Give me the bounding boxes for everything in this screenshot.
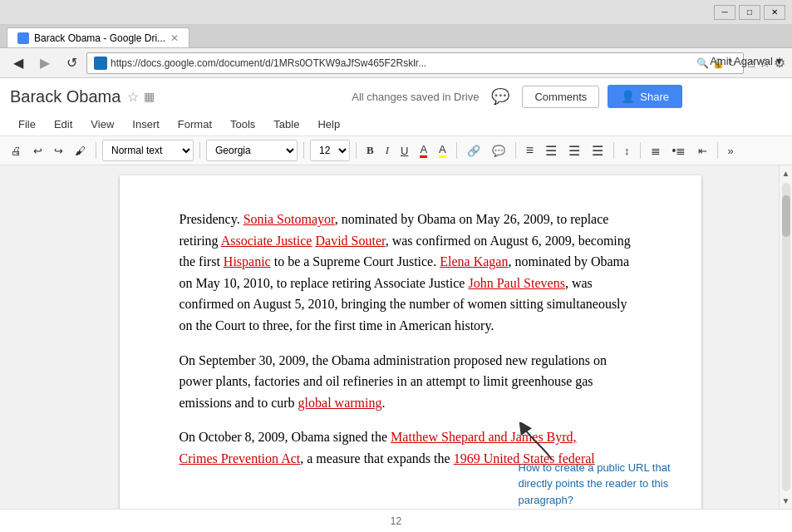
menu-file[interactable]: File [10,115,44,134]
tab-favicon [17,32,29,44]
menu-table[interactable]: Table [265,115,307,134]
separator-2 [199,142,200,159]
font-color-button[interactable]: A [416,140,431,161]
redo-button[interactable]: ↪ [50,140,67,161]
browser-tab[interactable]: Barack Obama - Google Dri... ✕ [7,27,189,47]
folder-icon[interactable]: ▦ [144,90,155,103]
browser-favicon-icon [94,57,107,70]
bulleted-list-button[interactable]: •≣ [668,140,691,161]
docs-footer: 12 [0,509,792,532]
comment-chat-icon[interactable]: 💬 [487,83,514,110]
page-area: Presidency. Sonia Sotomayor, nominated b… [42,165,779,509]
align-justify-button[interactable]: ☰ [588,140,608,161]
highlight-button[interactable]: A [435,140,450,161]
saved-status-text: All changes saved in Drive [352,91,479,103]
toolbar: 🖨 ↩ ↪ 🖌 Normal text Georgia 12 B I U A A… [0,136,792,165]
font-select[interactable]: Georgia [206,140,298,161]
italic-button[interactable]: I [381,140,393,161]
align-right-button[interactable]: ☰ [564,140,584,161]
forward-button[interactable]: ▶ [33,52,57,75]
address-bar[interactable]: https://docs.google.com/document/d/1MRs0… [86,52,744,74]
separator-4 [356,142,357,159]
scroll-down-button[interactable]: ▼ [779,493,792,509]
document-page: Presidency. Sonia Sotomayor, nominated b… [120,175,701,509]
close-button[interactable]: ✕ [764,5,785,20]
menu-format[interactable]: Format [170,115,220,134]
separator-5 [456,142,457,159]
separator-8 [640,142,641,159]
minimize-button[interactable]: ─ [714,5,735,20]
menu-insert[interactable]: Insert [124,115,168,134]
bold-button[interactable]: B [362,140,378,161]
separator-9 [717,142,718,159]
star-icon[interactable]: ☆ [127,89,139,105]
align-center-button[interactable]: ☰ [541,140,561,161]
more-options-button[interactable]: » [724,140,738,161]
paragraph-1: Presidency. Sonia Sotomayor, nominated b… [180,209,642,337]
url-text: https://docs.google.com/document/d/1MRs0… [111,57,693,69]
line-spacing-button[interactable]: ↕ [620,140,634,161]
menu-tools[interactable]: Tools [222,115,263,134]
document-title: Barack Obama [10,87,121,106]
print-button[interactable]: 🖨 [7,140,26,161]
separator-7 [613,142,614,159]
paragraph-2: On September 30, 2009, the Obama adminis… [180,350,642,414]
separator-3 [303,142,304,159]
separator-1 [96,142,96,159]
style-select[interactable]: Normal text [102,140,194,161]
share-button[interactable]: 👤 Share [608,85,682,108]
share-label: Share [640,91,669,103]
link-button[interactable]: 🔗 [463,140,485,161]
decrease-indent-button[interactable]: ⇤ [694,140,711,161]
menu-help[interactable]: Help [309,115,348,134]
align-left-button[interactable]: ≡ [522,140,538,161]
menubar: File Edit View Insert Format Tools Table… [10,113,782,135]
menu-view[interactable]: View [82,115,122,134]
font-size-select[interactable]: 12 [310,140,350,161]
annotation-text: How to create a public URL that directly… [519,460,693,509]
link-elena-kagan[interactable]: Elena Kagan [440,254,508,268]
scrollbar-thumb[interactable] [782,195,790,237]
share-person-icon: 👤 [621,90,635,103]
numbered-list-button[interactable]: ≣ [647,140,665,161]
user-name: Amit Agarwal [710,55,773,67]
link-john-paul-stevens[interactable]: John Paul Stevens [468,276,564,290]
user-dropdown-icon[interactable]: ▾ [776,55,782,67]
separator-6 [515,142,516,159]
paint-format-button[interactable]: 🖌 [71,140,90,161]
link-associate-justice[interactable]: Associate Justice [221,234,312,248]
page-number: 12 [391,515,401,527]
maximize-button[interactable]: □ [739,5,760,20]
link-hispanic[interactable]: Hispanic [224,254,271,268]
link-sonia-sotomayor[interactable]: Sonia Sotomayor [244,212,335,226]
tab-label: Barack Obama - Google Dri... [34,32,165,44]
underline-button[interactable]: U [396,140,412,161]
link-david-souter[interactable]: David Souter [315,234,385,248]
scrollbar: ▲ ▼ [779,165,792,509]
search-icon[interactable]: 🔍 [696,57,709,69]
back-button[interactable]: ◀ [7,52,30,75]
annotation-container: How to create a public URL that directly… [519,422,693,509]
menu-edit[interactable]: Edit [46,115,81,134]
comments-button[interactable]: Comments [522,86,599,108]
link-global-warming[interactable]: global warming [298,396,382,410]
scroll-up-button[interactable]: ▲ [779,165,792,181]
scrollbar-track[interactable] [782,183,790,491]
left-margin [0,165,42,509]
tab-close-icon[interactable]: ✕ [170,32,179,44]
comment-button[interactable]: 💬 [488,140,509,161]
reload-button[interactable]: ↺ [60,52,83,75]
undo-button[interactable]: ↩ [29,140,47,161]
